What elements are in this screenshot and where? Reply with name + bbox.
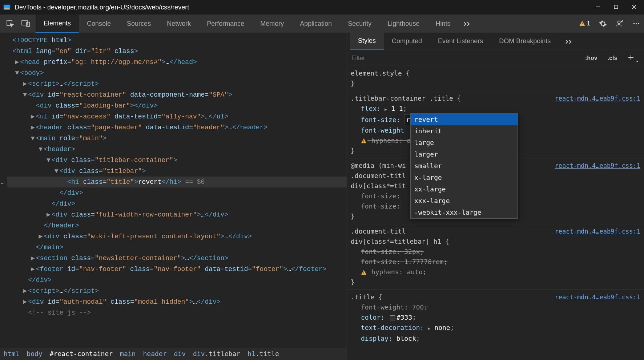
dom-node[interactable]: ▶<div id="auth-modal" class="modal hidde… — [7, 296, 347, 307]
dom-node[interactable]: ▶<footer id="nav-footer" class="nav-foot… — [7, 264, 347, 275]
autocomplete-item[interactable]: large — [411, 137, 518, 149]
dom-node[interactable]: ▶<header class="page-header" data-testid… — [7, 122, 347, 133]
dom-tree[interactable]: <!DOCTYPE html><html lang="en" dir="ltr"… — [0, 33, 347, 347]
dom-node[interactable]: <div class="loading-bar"></div> — [7, 100, 347, 111]
dom-node[interactable]: </div> — [7, 187, 347, 198]
warning-icon — [361, 270, 367, 275]
dom-node[interactable]: ▶<script>…</script> — [7, 286, 347, 296]
dom-node[interactable]: ▼<div class="titlebar-container"> — [7, 155, 347, 166]
issues-badge[interactable]: 1 — [579, 20, 590, 27]
dom-node[interactable]: ▼<body> — [7, 68, 347, 78]
dom-node[interactable]: <!-- site js --> — [7, 307, 347, 318]
dom-node[interactable]: ▶<ul id="nav-access" data-testid="a11y-n… — [7, 111, 347, 122]
tab-security[interactable]: Security — [340, 15, 379, 33]
style-rule[interactable]: element.style { } — [347, 66, 644, 91]
autocomplete-popup[interactable]: revertinheritlargelargersmallerx-largexx… — [410, 113, 518, 219]
subtab-event-listeners[interactable]: Event Listeners — [430, 33, 491, 50]
autocomplete-item[interactable]: inherit — [411, 125, 518, 137]
tab-sources[interactable]: Sources — [119, 15, 159, 33]
dom-node[interactable]: ▶<script>…</script> — [7, 78, 347, 89]
maximize-button[interactable] — [613, 4, 619, 11]
dom-node[interactable]: </main> — [7, 242, 347, 253]
subtab-dom-breakpoints[interactable]: DOM Breakpoints — [491, 33, 559, 50]
tab-elements[interactable]: Elements — [36, 15, 79, 33]
tab-hints[interactable]: Hints — [427, 15, 458, 33]
hov-button[interactable]: :hov — [580, 55, 603, 61]
autocomplete-item[interactable]: smaller — [411, 160, 518, 172]
close-button[interactable] — [632, 4, 637, 11]
autocomplete-item[interactable]: xx-large — [411, 183, 518, 195]
css-property[interactable]: text-decoration: ▶ none; — [351, 323, 640, 333]
color-swatch[interactable] — [390, 315, 395, 320]
more-subtabs-icon[interactable] — [559, 39, 579, 44]
css-property[interactable]: flex: ▶ 1 1; — [351, 104, 640, 114]
dom-node[interactable]: ▶<head prefix="og: http://ogp.me/ns#">…<… — [7, 57, 347, 68]
breadcrumb-item[interactable]: main — [120, 350, 136, 357]
dom-node[interactable]: ▼<header> — [7, 144, 347, 155]
dom-node[interactable]: <html lang="en" dir="ltr" class> — [7, 46, 347, 57]
source-link[interactable]: react-mdn.4…eab9f.css:1 — [555, 93, 640, 104]
dom-node[interactable]: ▶<div class="wiki-left-present content-l… — [7, 231, 347, 242]
tab-application[interactable]: Application — [292, 15, 340, 33]
dom-node[interactable]: </div> — [7, 198, 347, 209]
style-rule[interactable]: react-mdn.4…eab9f.css:1 .title { font-we… — [347, 290, 644, 346]
breadcrumb-item[interactable]: html — [4, 350, 19, 357]
tab-lighthouse[interactable]: Lighthouse — [379, 15, 427, 33]
dom-node[interactable]: ▼<div class="titlebar"> — [7, 166, 347, 177]
breadcrumb-item[interactable]: h1.title — [247, 350, 279, 357]
style-rule[interactable]: react-mdn.4…eab9f.css:1 .document-titl d… — [347, 224, 644, 290]
dom-node[interactable]: ▶<div class="full-width-row-container">…… — [7, 209, 347, 220]
kebab-menu-icon[interactable] — [632, 20, 640, 28]
autocomplete-item[interactable]: larger — [411, 149, 518, 160]
cls-button[interactable]: .cls — [603, 55, 623, 61]
breadcrumb[interactable]: htmlbody#react-containermainheaderdivdiv… — [0, 347, 347, 360]
autocomplete-item[interactable]: xxx-large — [411, 195, 518, 207]
tab-performance[interactable]: Performance — [199, 15, 252, 33]
dom-node[interactable]: <h1 class="title">revert</h1> == $0 — [7, 177, 347, 187]
css-property[interactable]: font-weight: 700; — [351, 302, 640, 312]
svg-rect-10 — [582, 23, 583, 24]
styles-list[interactable]: element.style { } react-mdn.4…eab9f.css:… — [347, 66, 644, 360]
breadcrumb-item[interactable]: #react-container — [50, 350, 113, 357]
more-tabs-icon[interactable] — [458, 21, 476, 26]
breadcrumb-item[interactable]: div — [174, 350, 186, 357]
dom-node[interactable]: ▼<main role="main"> — [7, 133, 347, 144]
svg-rect-2 — [4, 8, 10, 9]
add-rule-button[interactable] — [622, 54, 644, 62]
tab-memory[interactable]: Memory — [252, 15, 292, 33]
dom-node[interactable]: </div> — [7, 275, 347, 286]
tab-network[interactable]: Network — [159, 15, 199, 33]
dom-node[interactable]: </header> — [7, 220, 347, 231]
subtab-styles[interactable]: Styles — [350, 33, 384, 50]
breadcrumb-item[interactable]: div.titlebar — [193, 350, 240, 357]
svg-point-14 — [622, 21, 623, 21]
svg-rect-21 — [363, 142, 364, 143]
dom-node[interactable]: ▼<div id="react-container" data-componen… — [7, 89, 347, 100]
settings-icon[interactable] — [599, 20, 607, 28]
css-property[interactable]: display: block; — [351, 333, 640, 344]
css-property[interactable]: color: #333; — [351, 312, 640, 323]
svg-rect-20 — [363, 140, 364, 141]
css-property[interactable]: hyphens: auto; — [351, 267, 640, 277]
css-property[interactable]: font-size: 32px; — [351, 247, 640, 257]
minimize-button[interactable] — [595, 4, 600, 11]
autocomplete-item[interactable]: x-large — [411, 172, 518, 183]
autocomplete-item[interactable]: revert — [411, 114, 518, 125]
device-toggle-icon[interactable] — [21, 19, 31, 28]
filter-input[interactable] — [347, 50, 580, 66]
autocomplete-item[interactable]: -webkit-xxx-large — [411, 207, 518, 218]
rule-selector: element.style { — [351, 68, 640, 78]
source-link[interactable]: react-mdn.4…eab9f.css:1 — [555, 161, 640, 171]
source-link[interactable]: react-mdn.4…eab9f.css:1 — [555, 226, 640, 236]
source-link[interactable]: react-mdn.4…eab9f.css:1 — [555, 292, 640, 302]
breadcrumb-item[interactable]: body — [27, 350, 42, 357]
dom-node[interactable]: ▶<section class="newsletter-container">…… — [7, 253, 347, 264]
feedback-icon[interactable] — [616, 20, 624, 28]
css-property[interactable]: font-size: 1.77778rem; — [351, 257, 640, 267]
tab-console[interactable]: Console — [79, 15, 119, 33]
breadcrumb-item[interactable]: header — [143, 350, 166, 357]
dom-node[interactable]: <!DOCTYPE html> — [7, 35, 347, 46]
subtab-computed[interactable]: Computed — [384, 33, 430, 50]
svg-point-17 — [638, 23, 640, 24]
inspect-icon[interactable] — [6, 19, 15, 28]
